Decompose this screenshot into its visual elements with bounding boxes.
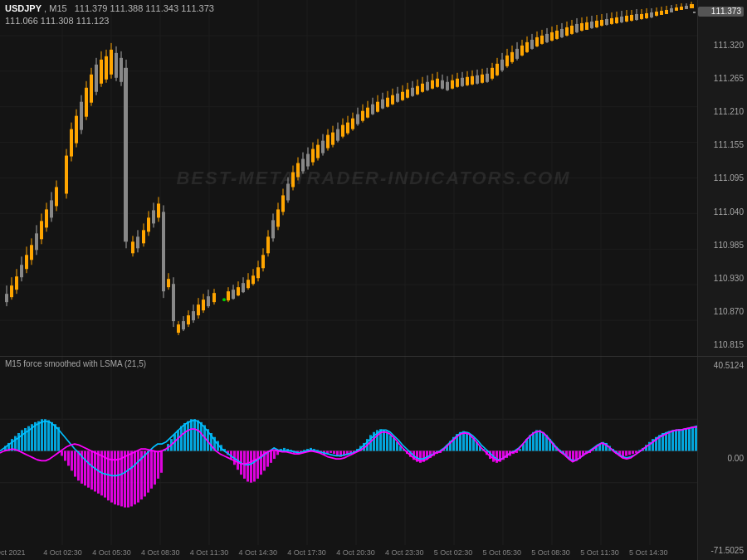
svg-rect-349 xyxy=(134,451,136,505)
svg-rect-331 xyxy=(74,451,76,477)
svg-rect-212 xyxy=(491,68,494,79)
svg-rect-77 xyxy=(147,217,150,231)
main-container: USDJPY , M15 111.379 111.388 111.343 111… xyxy=(0,0,747,560)
svg-rect-510 xyxy=(668,431,671,451)
svg-rect-27 xyxy=(15,276,18,290)
svg-rect-348 xyxy=(130,451,133,507)
svg-rect-91 xyxy=(182,321,185,329)
svg-rect-363 xyxy=(180,426,183,451)
indicator-header: M15 force smoothed with LSMA (21,5) xyxy=(5,359,146,368)
svg-rect-206 xyxy=(476,75,479,84)
svg-rect-132 xyxy=(291,173,295,187)
svg-rect-25 xyxy=(10,285,13,297)
svg-rect-355 xyxy=(154,451,156,485)
svg-rect-222 xyxy=(515,49,519,59)
svg-rect-386 xyxy=(256,451,259,479)
svg-rect-156 xyxy=(351,119,354,129)
svg-rect-120 xyxy=(261,255,265,268)
price-scale: 111.373 111.320 111.265 111.210 111.155 … xyxy=(697,0,747,356)
svg-rect-110 xyxy=(237,287,240,295)
time-axis: 1 Oct 2021 4 Oct 02:30 4 Oct 05:30 4 Oct… xyxy=(0,545,697,560)
svg-rect-148 xyxy=(331,133,334,145)
price-chart: USDJPY , M15 111.379 111.388 111.343 111… xyxy=(0,0,747,357)
svg-rect-83 xyxy=(162,212,165,291)
svg-rect-182 xyxy=(416,86,419,95)
svg-rect-292 xyxy=(690,4,694,8)
svg-rect-470 xyxy=(535,430,538,450)
svg-rect-170 xyxy=(386,98,389,107)
svg-rect-45 xyxy=(65,156,68,194)
price-level-3: 111.210 xyxy=(698,108,744,116)
svg-rect-240 xyxy=(560,29,564,37)
svg-rect-130 xyxy=(286,183,290,200)
svg-rect-256 xyxy=(600,20,603,26)
svg-rect-142 xyxy=(316,145,320,158)
svg-rect-99 xyxy=(202,299,205,310)
svg-rect-158 xyxy=(356,114,359,124)
svg-rect-391 xyxy=(273,451,276,460)
svg-rect-108 xyxy=(232,290,235,299)
svg-rect-128 xyxy=(281,195,285,212)
svg-rect-194 xyxy=(446,82,449,90)
svg-rect-426 xyxy=(389,435,392,450)
time-label-5: 4 Oct 14:30 xyxy=(239,548,278,557)
candles-area xyxy=(0,0,697,356)
time-label-7: 4 Oct 20:30 xyxy=(336,548,375,557)
svg-rect-264 xyxy=(620,17,623,22)
indicator-chart: M15 force smoothed with LSMA (21,5) xyxy=(0,357,747,560)
svg-rect-329 xyxy=(67,451,70,466)
svg-rect-262 xyxy=(615,17,618,23)
svg-rect-164 xyxy=(371,105,374,114)
svg-rect-218 xyxy=(505,56,509,66)
svg-rect-246 xyxy=(575,24,579,32)
time-label-11: 5 Oct 08:30 xyxy=(531,548,570,557)
svg-rect-286 xyxy=(675,7,678,11)
svg-rect-51 xyxy=(80,102,83,130)
svg-rect-385 xyxy=(253,451,256,482)
price-level-9: 110.870 xyxy=(698,308,744,316)
svg-rect-184 xyxy=(421,84,424,92)
svg-rect-122 xyxy=(266,236,270,253)
svg-rect-192 xyxy=(441,80,444,89)
svg-rect-497 xyxy=(625,451,627,456)
svg-rect-55 xyxy=(90,75,93,103)
svg-rect-350 xyxy=(137,451,139,503)
time-label-9: 5 Oct 02:30 xyxy=(434,548,473,557)
svg-rect-425 xyxy=(386,432,388,451)
svg-rect-87 xyxy=(172,284,175,321)
svg-rect-65 xyxy=(115,53,118,78)
svg-rect-314 xyxy=(17,433,20,451)
svg-rect-343 xyxy=(114,451,116,505)
svg-rect-353 xyxy=(147,451,149,493)
price-level-1: 111.320 xyxy=(698,41,744,50)
svg-rect-208 xyxy=(481,75,484,83)
svg-rect-342 xyxy=(110,451,113,503)
svg-rect-49 xyxy=(75,116,78,144)
svg-rect-238 xyxy=(555,31,559,39)
svg-rect-328 xyxy=(64,451,66,461)
svg-rect-220 xyxy=(510,52,514,62)
price-level-7: 110.985 xyxy=(698,241,744,250)
svg-rect-250 xyxy=(585,22,588,30)
svg-rect-228 xyxy=(530,40,534,49)
svg-rect-226 xyxy=(525,42,529,52)
svg-rect-31 xyxy=(25,255,28,269)
svg-rect-166 xyxy=(376,102,379,112)
timeframe-value: M15 xyxy=(49,3,66,13)
svg-rect-112 xyxy=(242,283,245,292)
svg-rect-39 xyxy=(45,209,48,227)
svg-rect-85 xyxy=(167,279,170,287)
svg-rect-367 xyxy=(193,419,196,450)
ind-level-5: -71.5025 xyxy=(701,547,744,555)
svg-rect-278 xyxy=(655,12,658,16)
current-price: 111.373 xyxy=(698,7,744,17)
svg-rect-320 xyxy=(37,421,40,451)
svg-rect-168 xyxy=(381,100,384,109)
svg-rect-224 xyxy=(520,46,524,56)
svg-rect-236 xyxy=(550,32,554,41)
svg-rect-95 xyxy=(192,311,195,320)
price-level-5: 111.095 xyxy=(698,174,744,183)
svg-rect-499 xyxy=(632,451,634,455)
svg-rect-471 xyxy=(539,430,541,450)
svg-rect-230 xyxy=(535,37,539,46)
